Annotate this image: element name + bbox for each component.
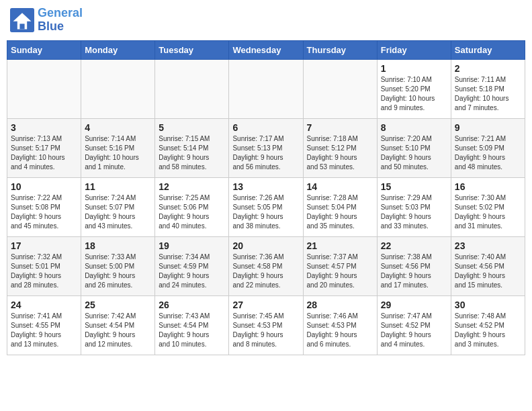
day-number: 29 — [381, 300, 447, 310]
day-number: 19 — [159, 240, 225, 251]
calendar-cell: 16Sunrise: 7:30 AM Sunset: 5:02 PM Dayli… — [451, 177, 525, 236]
day-number: 7 — [307, 122, 373, 133]
calendar-week-row: 17Sunrise: 7:32 AM Sunset: 5:01 PM Dayli… — [7, 236, 525, 295]
day-number: 12 — [159, 181, 225, 192]
day-info: Sunrise: 7:25 AM Sunset: 5:06 PM Dayligh… — [159, 193, 225, 231]
calendar-cell: 8Sunrise: 7:20 AM Sunset: 5:10 PM Daylig… — [377, 118, 451, 177]
calendar-cell: 13Sunrise: 7:26 AM Sunset: 5:05 PM Dayli… — [229, 177, 303, 236]
logo-text: General Blue — [38, 7, 83, 34]
weekday-header: Thursday — [303, 40, 377, 59]
day-number: 8 — [381, 122, 447, 133]
calendar-cell: 21Sunrise: 7:37 AM Sunset: 4:57 PM Dayli… — [303, 236, 377, 295]
weekday-header: Friday — [377, 40, 451, 59]
weekday-header: Wednesday — [229, 40, 303, 59]
day-number: 15 — [381, 181, 447, 192]
day-info: Sunrise: 7:28 AM Sunset: 5:04 PM Dayligh… — [307, 193, 373, 231]
calendar-cell: 6Sunrise: 7:17 AM Sunset: 5:13 PM Daylig… — [229, 118, 303, 177]
day-number: 5 — [159, 122, 225, 133]
calendar-cell: 18Sunrise: 7:33 AM Sunset: 5:00 PM Dayli… — [81, 236, 155, 295]
calendar-week-row: 10Sunrise: 7:22 AM Sunset: 5:08 PM Dayli… — [7, 177, 525, 236]
calendar-cell — [155, 59, 229, 118]
day-number: 28 — [307, 300, 373, 310]
calendar-cell: 24Sunrise: 7:41 AM Sunset: 4:55 PM Dayli… — [7, 295, 81, 355]
weekday-header: Saturday — [451, 40, 525, 59]
day-info: Sunrise: 7:20 AM Sunset: 5:10 PM Dayligh… — [381, 134, 447, 172]
day-number: 25 — [85, 300, 151, 310]
calendar-table: SundayMondayTuesdayWednesdayThursdayFrid… — [7, 40, 525, 355]
calendar-cell: 2Sunrise: 7:11 AM Sunset: 5:18 PM Daylig… — [451, 59, 525, 118]
calendar-cell — [229, 59, 303, 118]
day-number: 13 — [232, 181, 299, 192]
day-number: 10 — [11, 181, 77, 192]
calendar-cell — [81, 59, 155, 118]
day-info: Sunrise: 7:11 AM Sunset: 5:18 PM Dayligh… — [455, 75, 521, 113]
day-info: Sunrise: 7:45 AM Sunset: 4:53 PM Dayligh… — [232, 312, 299, 349]
day-info: Sunrise: 7:18 AM Sunset: 5:12 PM Dayligh… — [307, 134, 373, 172]
day-info: Sunrise: 7:34 AM Sunset: 4:59 PM Dayligh… — [159, 253, 225, 290]
calendar-cell: 26Sunrise: 7:43 AM Sunset: 4:54 PM Dayli… — [155, 295, 229, 355]
day-number: 21 — [307, 240, 373, 251]
day-info: Sunrise: 7:17 AM Sunset: 5:13 PM Dayligh… — [232, 134, 299, 172]
calendar-cell: 17Sunrise: 7:32 AM Sunset: 5:01 PM Dayli… — [7, 236, 81, 295]
weekday-header: Sunday — [7, 40, 81, 59]
calendar-cell: 14Sunrise: 7:28 AM Sunset: 5:04 PM Dayli… — [303, 177, 377, 236]
day-number: 24 — [11, 300, 77, 310]
day-number: 27 — [232, 300, 299, 310]
calendar-cell: 3Sunrise: 7:13 AM Sunset: 5:17 PM Daylig… — [7, 118, 81, 177]
day-info: Sunrise: 7:15 AM Sunset: 5:14 PM Dayligh… — [159, 134, 225, 172]
calendar-cell: 29Sunrise: 7:47 AM Sunset: 4:52 PM Dayli… — [377, 295, 451, 355]
calendar-body: 1Sunrise: 7:10 AM Sunset: 5:20 PM Daylig… — [7, 59, 525, 355]
calendar-week-row: 1Sunrise: 7:10 AM Sunset: 5:20 PM Daylig… — [7, 59, 525, 118]
calendar-cell — [303, 59, 377, 118]
day-info: Sunrise: 7:30 AM Sunset: 5:02 PM Dayligh… — [455, 193, 521, 231]
day-info: Sunrise: 7:43 AM Sunset: 4:54 PM Dayligh… — [159, 312, 225, 349]
calendar-cell: 4Sunrise: 7:14 AM Sunset: 5:16 PM Daylig… — [81, 118, 155, 177]
day-number: 3 — [11, 122, 77, 133]
calendar-cell: 23Sunrise: 7:40 AM Sunset: 4:56 PM Dayli… — [451, 236, 525, 295]
day-number: 23 — [455, 240, 521, 251]
calendar-week-row: 3Sunrise: 7:13 AM Sunset: 5:17 PM Daylig… — [7, 118, 525, 177]
svg-rect-2 — [19, 24, 24, 29]
calendar-header: SundayMondayTuesdayWednesdayThursdayFrid… — [7, 40, 525, 59]
calendar-cell — [7, 59, 81, 118]
day-info: Sunrise: 7:41 AM Sunset: 4:55 PM Dayligh… — [11, 312, 77, 349]
calendar-cell: 10Sunrise: 7:22 AM Sunset: 5:08 PM Dayli… — [7, 177, 81, 236]
calendar-cell: 15Sunrise: 7:29 AM Sunset: 5:03 PM Dayli… — [377, 177, 451, 236]
day-number: 1 — [381, 63, 447, 74]
calendar-cell: 20Sunrise: 7:36 AM Sunset: 4:58 PM Dayli… — [229, 236, 303, 295]
day-info: Sunrise: 7:14 AM Sunset: 5:16 PM Dayligh… — [85, 134, 151, 172]
day-info: Sunrise: 7:36 AM Sunset: 4:58 PM Dayligh… — [232, 253, 299, 290]
calendar-cell: 19Sunrise: 7:34 AM Sunset: 4:59 PM Dayli… — [155, 236, 229, 295]
day-info: Sunrise: 7:47 AM Sunset: 4:52 PM Dayligh… — [381, 312, 447, 349]
day-info: Sunrise: 7:29 AM Sunset: 5:03 PM Dayligh… — [381, 193, 447, 231]
day-number: 22 — [381, 240, 447, 251]
calendar-cell: 7Sunrise: 7:18 AM Sunset: 5:12 PM Daylig… — [303, 118, 377, 177]
day-number: 30 — [455, 300, 521, 310]
day-info: Sunrise: 7:10 AM Sunset: 5:20 PM Dayligh… — [381, 75, 447, 113]
logo: General Blue — [10, 7, 83, 34]
calendar-cell: 5Sunrise: 7:15 AM Sunset: 5:14 PM Daylig… — [155, 118, 229, 177]
weekday-row: SundayMondayTuesdayWednesdayThursdayFrid… — [7, 40, 525, 59]
day-info: Sunrise: 7:37 AM Sunset: 4:57 PM Dayligh… — [307, 253, 373, 290]
weekday-header: Monday — [81, 40, 155, 59]
weekday-header: Tuesday — [155, 40, 229, 59]
day-number: 9 — [455, 122, 521, 133]
calendar-cell: 27Sunrise: 7:45 AM Sunset: 4:53 PM Dayli… — [229, 295, 303, 355]
day-info: Sunrise: 7:33 AM Sunset: 5:00 PM Dayligh… — [85, 253, 151, 290]
day-number: 11 — [85, 181, 151, 192]
day-info: Sunrise: 7:32 AM Sunset: 5:01 PM Dayligh… — [11, 253, 77, 290]
day-info: Sunrise: 7:38 AM Sunset: 4:56 PM Dayligh… — [381, 253, 447, 290]
day-number: 14 — [307, 181, 373, 192]
day-info: Sunrise: 7:26 AM Sunset: 5:05 PM Dayligh… — [232, 193, 299, 231]
calendar-cell: 11Sunrise: 7:24 AM Sunset: 5:07 PM Dayli… — [81, 177, 155, 236]
calendar-cell: 9Sunrise: 7:21 AM Sunset: 5:09 PM Daylig… — [451, 118, 525, 177]
day-info: Sunrise: 7:42 AM Sunset: 4:54 PM Dayligh… — [85, 312, 151, 349]
calendar-cell: 12Sunrise: 7:25 AM Sunset: 5:06 PM Dayli… — [155, 177, 229, 236]
calendar-cell: 22Sunrise: 7:38 AM Sunset: 4:56 PM Dayli… — [377, 236, 451, 295]
day-info: Sunrise: 7:40 AM Sunset: 4:56 PM Dayligh… — [455, 253, 521, 290]
day-number: 18 — [85, 240, 151, 251]
day-info: Sunrise: 7:21 AM Sunset: 5:09 PM Dayligh… — [455, 134, 521, 172]
day-info: Sunrise: 7:22 AM Sunset: 5:08 PM Dayligh… — [11, 193, 77, 231]
day-number: 2 — [455, 63, 521, 74]
day-number: 6 — [232, 122, 299, 133]
